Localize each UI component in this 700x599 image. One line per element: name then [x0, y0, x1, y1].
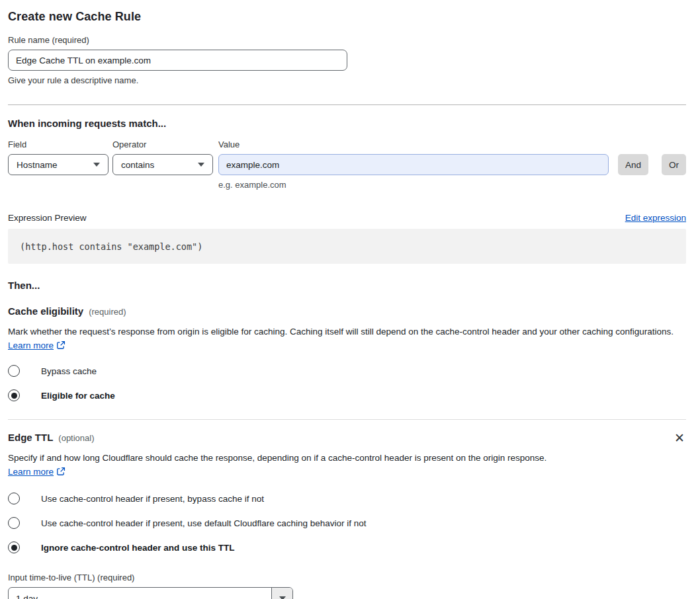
value-hint: e.g. example.com — [218, 180, 686, 190]
chevron-down-icon — [279, 596, 286, 599]
radio-icon[interactable] — [8, 541, 20, 553]
field-select[interactable]: Hostname — [8, 154, 109, 175]
rule-name-help: Give your rule a descriptive name. — [8, 75, 686, 85]
cache-eligibility-options: Bypass cache Eligible for cache — [8, 365, 686, 401]
radio-option-use-header-bypass[interactable]: Use cache-control header if present, byp… — [8, 493, 686, 504]
cache-eligibility-required-tag: (required) — [89, 307, 126, 317]
edit-expression-link[interactable]: Edit expression — [625, 213, 686, 223]
edge-ttl-heading-row: Edge TTL (optional) ✕ — [8, 432, 686, 444]
expression-code-block: (http.host contains "example.com") — [8, 229, 686, 264]
cache-eligibility-heading: Cache eligibility — [8, 305, 83, 317]
field-select-value: Hostname — [17, 160, 58, 170]
expression-preview-row: Expression Preview Edit expression — [8, 213, 686, 223]
edge-ttl-heading: Edge TTL — [8, 432, 53, 443]
then-heading: Then... — [8, 280, 686, 291]
section-divider — [8, 419, 686, 420]
learn-more-link[interactable]: Learn more — [8, 340, 54, 350]
expression-code: (http.host contains "example.com") — [20, 241, 202, 252]
radio-label[interactable]: Eligible for cache — [41, 391, 115, 401]
page-title: Create new Cache Rule — [8, 10, 686, 24]
match-column-labels: Field Operator Value — [8, 140, 686, 149]
value-input[interactable] — [218, 154, 609, 175]
radio-icon[interactable] — [8, 493, 20, 504]
radio-label[interactable]: Use cache-control header if present, use… — [41, 518, 367, 528]
radio-icon[interactable] — [8, 389, 20, 401]
and-button[interactable]: And — [618, 154, 648, 175]
cache-eligibility-description-text: Mark whether the request’s response from… — [8, 327, 674, 337]
ttl-select-arrow-button[interactable] — [271, 588, 292, 599]
radio-label[interactable]: Use cache-control header if present, byp… — [41, 494, 264, 504]
chevron-down-icon — [198, 163, 204, 167]
cache-eligibility-description: Mark whether the request’s response from… — [8, 325, 686, 352]
or-button[interactable]: Or — [662, 154, 686, 175]
ttl-select[interactable]: 1 day — [8, 587, 293, 599]
radio-label[interactable]: Bypass cache — [41, 366, 97, 376]
operator-select[interactable]: contains — [112, 154, 213, 175]
radio-label[interactable]: Ignore cache-control header and use this… — [41, 543, 235, 553]
ttl-select-value: 1 day — [9, 588, 271, 599]
edge-ttl-description-text: Specify if and how long Cloudflare shoul… — [8, 453, 547, 463]
learn-more-link[interactable]: Learn more — [8, 467, 54, 477]
radio-option-ignore-header-use-ttl[interactable]: Ignore cache-control header and use this… — [8, 541, 686, 553]
radio-icon[interactable] — [8, 365, 20, 377]
expression-preview-label: Expression Preview — [8, 213, 87, 223]
ttl-label: Input time-to-live (TTL) (required) — [8, 573, 686, 582]
edge-ttl-options: Use cache-control header if present, byp… — [8, 493, 686, 553]
match-controls-row: Hostname contains And Or — [8, 154, 686, 175]
match-heading: When incoming requests match... — [8, 118, 686, 129]
edge-ttl-optional-tag: (optional) — [58, 433, 94, 443]
edge-ttl-description: Specify if and how long Cloudflare shoul… — [8, 451, 558, 479]
radio-option-bypass-cache[interactable]: Bypass cache — [8, 365, 686, 377]
rule-name-label: Rule name (required) — [8, 35, 686, 45]
chevron-down-icon — [93, 163, 100, 167]
operator-select-value: contains — [121, 160, 154, 170]
radio-option-eligible-for-cache[interactable]: Eligible for cache — [8, 389, 686, 401]
rule-name-input[interactable] — [8, 50, 347, 71]
field-label: Field — [8, 140, 112, 149]
radio-option-use-header-default[interactable]: Use cache-control header if present, use… — [8, 517, 686, 529]
cache-eligibility-heading-row: Cache eligibility (required) — [8, 305, 686, 317]
section-divider — [8, 104, 686, 105]
external-link-icon — [56, 340, 66, 350]
close-icon[interactable]: ✕ — [674, 432, 685, 444]
radio-icon[interactable] — [8, 517, 20, 529]
value-label: Value — [218, 140, 240, 149]
external-link-icon — [56, 467, 66, 476]
operator-label: Operator — [112, 140, 218, 149]
